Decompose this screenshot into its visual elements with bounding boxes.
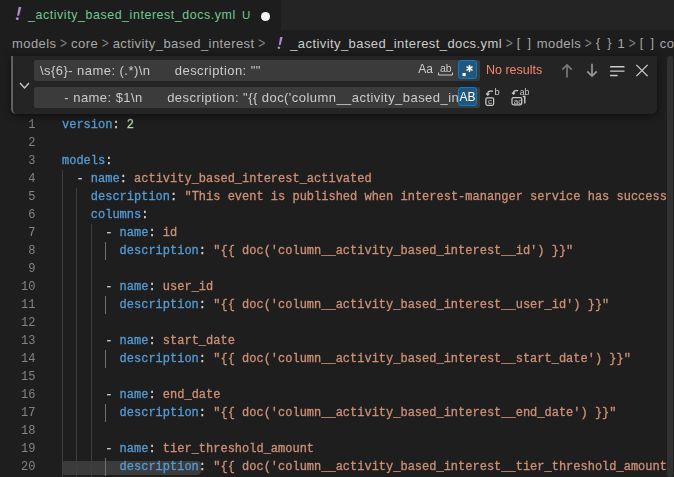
svg-text:ac: ac: [514, 96, 523, 105]
svg-text:ab: ab: [440, 62, 452, 74]
svg-text:b: b: [495, 87, 500, 97]
svg-text:ab: ab: [520, 87, 530, 97]
svg-text:c: c: [488, 97, 492, 106]
